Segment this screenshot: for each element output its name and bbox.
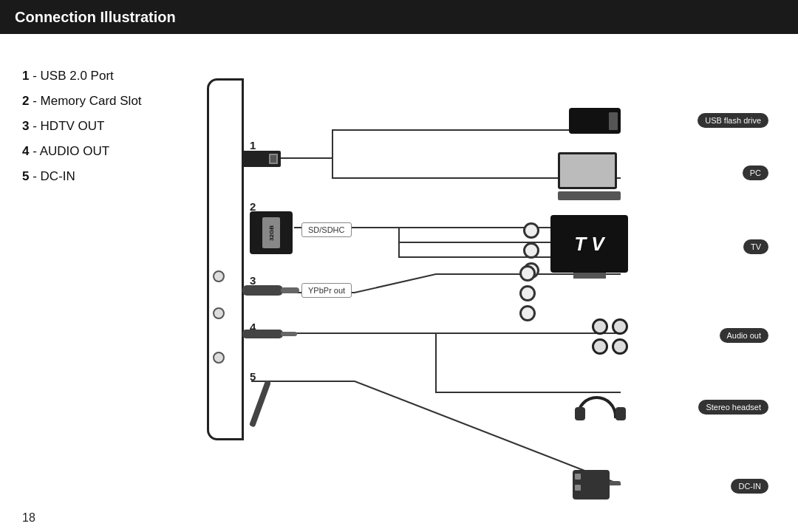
dc-adapter-icon xyxy=(573,470,621,511)
device-circle-2 xyxy=(213,307,225,319)
tv-icon: T V xyxy=(550,215,628,273)
labels-section: 1 - USB 2.0 Port 2 - Memory Card Slot 3 … xyxy=(22,49,185,517)
ypbpr-label: YPbPr out xyxy=(301,283,352,298)
usb-port xyxy=(242,151,281,167)
diagram-num-1: 1 xyxy=(250,139,256,151)
main-content: 1 - USB 2.0 Port 2 - Memory Card Slot 3 … xyxy=(0,34,798,532)
page-number: 18 xyxy=(22,511,35,525)
hdtv-plug xyxy=(242,285,283,296)
usb-flash-icon xyxy=(569,108,621,134)
header-title: Connection Illustration xyxy=(15,9,176,26)
label-item-4: 4 - AUDIO OUT xyxy=(22,139,185,164)
audio-out-label: Audio out xyxy=(720,328,768,343)
diagram-area: 1 2 32GB SD/SDHC 3 YPbPr out 4 xyxy=(185,56,776,517)
headset-icon xyxy=(576,392,624,429)
ypbpr-connectors xyxy=(519,265,536,321)
usb-flash-label: USB flash drive xyxy=(698,113,768,128)
device-circle-3 xyxy=(213,352,225,364)
diagram-num-5: 5 xyxy=(250,370,256,383)
label-item-1: 1 - USB 2.0 Port xyxy=(22,64,185,89)
device-circle-1 xyxy=(213,270,225,282)
tv-stand xyxy=(573,273,606,279)
label-item-2: 2 - Memory Card Slot xyxy=(22,89,185,114)
pc-icon xyxy=(558,152,621,200)
tv-text: T V xyxy=(574,233,604,256)
dc-plug xyxy=(249,381,271,428)
sd-sdhc-label: SD/SDHC xyxy=(301,222,352,237)
hdtv-plug-tip xyxy=(281,287,299,293)
dc-in-label: DC-IN xyxy=(731,479,768,494)
device-panel xyxy=(207,78,244,440)
audio-plug xyxy=(242,330,283,338)
stereo-headset-label: Stereo headset xyxy=(698,400,768,415)
label-item-5: 5 - DC-IN xyxy=(22,164,185,189)
label-item-3: 3 - HDTV OUT xyxy=(22,114,185,139)
tv-label: TV xyxy=(743,239,768,254)
sd-card: 32GB xyxy=(250,211,293,254)
page-header: Connection Illustration xyxy=(0,0,798,34)
audio-out-icon xyxy=(592,318,628,355)
pc-label: PC xyxy=(743,166,768,180)
audio-plug-tip xyxy=(281,332,297,336)
sd-capacity: 32GB xyxy=(268,225,275,241)
